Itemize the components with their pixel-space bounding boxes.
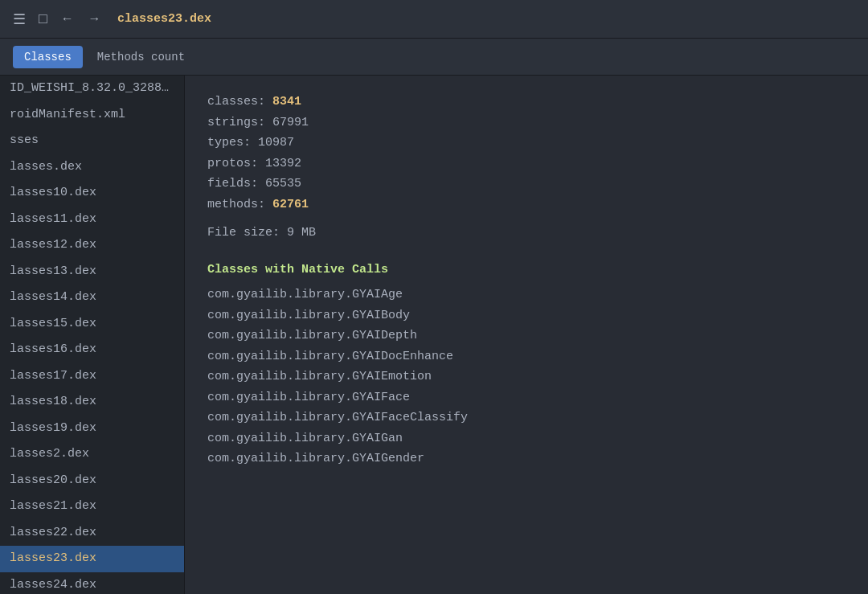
- forward-button[interactable]: →: [87, 9, 101, 30]
- stat-row: methods: 62761: [207, 195, 845, 215]
- list-item[interactable]: lasses19.dex: [0, 416, 184, 442]
- file-list-panel: ID_WEISHI_8.32.0_3288_r0roidManifest.xml…: [0, 76, 185, 594]
- menu-icon[interactable]: ☰: [13, 10, 26, 28]
- stat-key: protos:: [207, 157, 265, 170]
- stat-value: 10987: [258, 136, 294, 150]
- native-class-item[interactable]: com.gyailib.library.GYAIGan: [207, 428, 845, 449]
- stat-key: classes:: [207, 95, 272, 109]
- tabbar: Classes Methods count: [0, 39, 868, 76]
- list-item[interactable]: lasses16.dex: [0, 337, 184, 363]
- stat-key: methods:: [207, 198, 272, 211]
- file-size-line: File size: 9 MB: [207, 223, 845, 244]
- list-item[interactable]: lasses21.dex: [0, 494, 184, 520]
- folder-icon[interactable]: □: [39, 11, 47, 27]
- list-item[interactable]: lasses.dex: [0, 154, 184, 181]
- list-item[interactable]: lasses11.dex: [0, 207, 184, 233]
- stat-key: fields:: [207, 177, 265, 190]
- list-item[interactable]: lasses13.dex: [0, 259, 184, 285]
- native-class-item[interactable]: com.gyailib.library.GYAIFace: [207, 387, 845, 408]
- detail-panel: classes: 8341strings: 67991types: 10987p…: [185, 76, 868, 594]
- window-title: classes23.dex: [117, 12, 211, 26]
- list-item[interactable]: lasses2.dex: [0, 441, 184, 468]
- stat-row: protos: 13392: [207, 154, 845, 174]
- stat-row: strings: 67991: [207, 113, 845, 133]
- native-class-item[interactable]: com.gyailib.library.GYAIAge: [207, 285, 845, 305]
- native-calls-title: Classes with Native Calls: [207, 260, 845, 281]
- stat-key: types:: [207, 136, 258, 150]
- stat-row: fields: 65535: [207, 174, 845, 195]
- tab-classes[interactable]: Classes: [13, 46, 83, 68]
- stat-row: types: 10987: [207, 133, 845, 154]
- native-class-item[interactable]: com.gyailib.library.GYAIDepth: [207, 326, 845, 346]
- list-item[interactable]: lasses17.dex: [0, 363, 184, 390]
- list-item[interactable]: lasses23.dex: [0, 546, 184, 572]
- native-class-item[interactable]: com.gyailib.library.GYAIFaceClassify: [207, 408, 845, 428]
- stat-value: 62761: [272, 198, 309, 211]
- tab-methods-count[interactable]: Methods count: [86, 46, 196, 68]
- main-content: ID_WEISHI_8.32.0_3288_r0roidManifest.xml…: [0, 76, 868, 594]
- list-item[interactable]: sses: [0, 128, 184, 154]
- list-item[interactable]: lasses15.dex: [0, 311, 184, 338]
- stats-section: classes: 8341strings: 67991types: 10987p…: [207, 92, 845, 215]
- native-class-item[interactable]: com.gyailib.library.GYAIDocEnhance: [207, 346, 845, 367]
- native-class-item[interactable]: com.gyailib.library.GYAIBody: [207, 305, 845, 326]
- stat-row: classes: 8341: [207, 92, 845, 113]
- stat-value: 8341: [272, 95, 301, 109]
- list-item[interactable]: lasses18.dex: [0, 389, 184, 416]
- stat-value: 13392: [265, 157, 301, 170]
- back-button[interactable]: ←: [60, 9, 75, 30]
- list-item[interactable]: lasses10.dex: [0, 180, 184, 207]
- list-item[interactable]: lasses12.dex: [0, 232, 184, 259]
- native-classes-list: com.gyailib.library.GYAIAgecom.gyailib.l…: [207, 285, 845, 469]
- titlebar: ☰ □ ← → classes23.dex: [0, 0, 868, 39]
- native-class-item[interactable]: com.gyailib.library.GYAIGender: [207, 449, 845, 469]
- list-item[interactable]: ID_WEISHI_8.32.0_3288_r0: [0, 76, 184, 102]
- list-item[interactable]: roidManifest.xml: [0, 102, 184, 129]
- list-item[interactable]: lasses14.dex: [0, 285, 184, 311]
- list-item[interactable]: lasses20.dex: [0, 468, 184, 494]
- stat-value: 67991: [272, 116, 309, 129]
- stat-key: strings:: [207, 116, 272, 129]
- list-item[interactable]: lasses24.dex: [0, 572, 184, 595]
- stat-value: 65535: [265, 177, 301, 190]
- list-item[interactable]: lasses22.dex: [0, 520, 184, 547]
- native-class-item[interactable]: com.gyailib.library.GYAIEmotion: [207, 367, 845, 387]
